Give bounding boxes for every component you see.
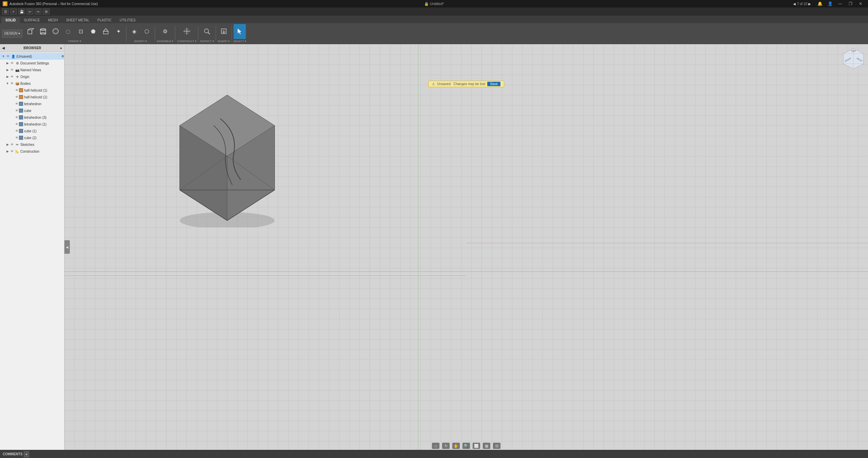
- create-extrude-btn[interactable]: [100, 24, 112, 39]
- home-btn[interactable]: ⌂: [432, 443, 439, 449]
- eye-cube-2[interactable]: 👁: [14, 136, 19, 139]
- tree-bodies[interactable]: ▼ 👁 📦 Bodies: [0, 80, 64, 87]
- eye-doc-settings[interactable]: 👁: [9, 61, 14, 65]
- eye-tetrahedron-3[interactable]: 👁: [14, 116, 19, 119]
- eye-cube[interactable]: 👁: [14, 109, 19, 112]
- select-icon: [236, 27, 243, 35]
- tab-plastic[interactable]: PLASTIC: [93, 17, 116, 23]
- select-btn[interactable]: [234, 24, 246, 39]
- eye-tetrahedron[interactable]: 👁: [14, 102, 19, 106]
- eye-unsaved[interactable]: 👁: [5, 55, 10, 58]
- redo-btn[interactable]: ↪: [35, 8, 41, 15]
- create-box-btn[interactable]: [24, 24, 37, 39]
- tab-surface[interactable]: SURFACE: [20, 17, 44, 23]
- settings-icon-unsaved[interactable]: ⚙: [61, 55, 64, 58]
- save-button[interactable]: Save: [487, 82, 500, 86]
- view-mode-btn[interactable]: ▦: [483, 443, 490, 449]
- eye-origin[interactable]: 👁: [9, 75, 14, 78]
- tree-origin[interactable]: ▶ 👁 ✛ Origin: [0, 73, 64, 80]
- tree-doc-settings[interactable]: ▶ 👁 ⚙ Document Settings: [0, 60, 64, 66]
- sidebar: ◀ BROWSER ● ▼ 👁 👤 (Unsaved) ⚙ ▶ 👁 ⚙ Docu…: [0, 44, 64, 450]
- restore-btn[interactable]: ❐: [846, 1, 855, 7]
- tab-utilities[interactable]: UTILITIES: [116, 17, 140, 23]
- toggle-construction[interactable]: ▶: [5, 149, 9, 153]
- toggle-bodies[interactable]: ▼: [5, 81, 9, 85]
- construct-btn[interactable]: [181, 24, 193, 39]
- notif-icon[interactable]: 🔔: [815, 1, 825, 7]
- eye-sketches[interactable]: 👁: [9, 143, 14, 146]
- tree-unsaved[interactable]: ▼ 👁 👤 (Unsaved) ⚙: [0, 53, 64, 60]
- collapse-icon[interactable]: ◀: [2, 46, 5, 50]
- tree-named-views[interactable]: ▶ 👁 📷 Named Views: [0, 66, 64, 73]
- icon-doc-settings: ⚙: [15, 61, 20, 65]
- page-prev-icon[interactable]: ◀: [793, 2, 796, 6]
- toggle-doc-settings[interactable]: ▶: [5, 61, 9, 65]
- create-cyl-btn[interactable]: [37, 24, 49, 39]
- insert-btn[interactable]: [218, 24, 230, 39]
- design-dropdown[interactable]: DESIGN ▾: [2, 30, 22, 38]
- eye-named-views[interactable]: 👁: [9, 68, 14, 72]
- icon-bodies: 📦: [15, 81, 20, 86]
- save-quick-btn[interactable]: 💾: [18, 8, 25, 15]
- minimize-btn[interactable]: —: [835, 1, 845, 7]
- tree-half-helicoid-2[interactable]: 👁 half-helicoid (1): [0, 94, 64, 100]
- create-coil-btn[interactable]: ⊡: [75, 24, 87, 39]
- tab-mesh[interactable]: MESH: [44, 17, 62, 23]
- display-btn[interactable]: ⊟: [493, 443, 500, 449]
- viewport[interactable]: ⚠ Unsaved: Changes may be lost Save: [64, 44, 868, 450]
- undo-btn[interactable]: ↩: [26, 8, 33, 15]
- modify-chamfer-btn[interactable]: ⬡: [141, 24, 153, 39]
- inspect-group: INSPECT ▾: [200, 24, 214, 43]
- eye-tetrahedron-1[interactable]: 👁: [14, 122, 19, 126]
- tree-cube-1[interactable]: 👁 cube (1): [0, 128, 64, 134]
- inspect-label: INSPECT ▾: [200, 40, 214, 43]
- tree-sketches[interactable]: ▶ 👁 ✏ Sketches: [0, 141, 64, 148]
- eye-bodies[interactable]: 👁: [9, 82, 14, 85]
- modify-fillet-btn[interactable]: ◈: [128, 24, 140, 39]
- pan-btn[interactable]: ✋: [452, 443, 460, 449]
- toggle-unsaved[interactable]: ▼: [1, 54, 5, 58]
- extrude-icon: [102, 27, 110, 35]
- create-pipe-btn[interactable]: ⬟: [87, 24, 99, 39]
- bottom-toolbar: COMMENTS ●: [0, 450, 868, 458]
- toggle-origin[interactable]: ▶: [5, 75, 9, 79]
- new-btn[interactable]: +: [10, 8, 17, 15]
- tree-cube[interactable]: 👁 cube: [0, 107, 64, 114]
- tree-half-helicoid-1[interactable]: 👁 half-helicoid (1): [0, 87, 64, 94]
- eye-construction[interactable]: 👁: [9, 150, 14, 153]
- browser-header: ◀ BROWSER ●: [0, 44, 64, 52]
- svg-rect-0: [28, 30, 32, 34]
- settings-btn[interactable]: ⚙: [43, 8, 50, 15]
- toggle-named-views[interactable]: ▶: [5, 68, 9, 72]
- page-next-icon[interactable]: ▶: [808, 2, 811, 6]
- create-torus-btn[interactable]: ◌: [62, 24, 74, 39]
- comments-pin-btn[interactable]: ●: [24, 451, 29, 457]
- pin-icon[interactable]: ●: [60, 46, 62, 50]
- tree-tetrahedron[interactable]: 👁 tetrahedron: [0, 100, 64, 107]
- assemble-btn[interactable]: ⚙: [159, 24, 171, 39]
- zoom-btn[interactable]: 🔍: [462, 443, 470, 449]
- tab-sheet-metal[interactable]: SHEET METAL: [62, 17, 94, 23]
- tree-cube-2[interactable]: 👁 cube (2): [0, 134, 64, 141]
- nav-arrow-left[interactable]: ◀: [64, 240, 70, 254]
- icon-cube-1: [19, 129, 23, 133]
- orbit-btn[interactable]: ↻: [442, 443, 450, 449]
- menu-btn[interactable]: ☰: [2, 8, 9, 15]
- create-revolve-btn[interactable]: ✦: [112, 24, 124, 39]
- inspect-btn[interactable]: [201, 24, 213, 39]
- view-cube[interactable]: TOP FRONT RIGHT: [842, 47, 865, 71]
- toggle-sketches[interactable]: ▶: [5, 142, 9, 147]
- tree-tetrahedron-1[interactable]: 👁 tetrahedron (1): [0, 121, 64, 128]
- create-sphere-btn[interactable]: [50, 24, 62, 39]
- eye-cube-1[interactable]: 👁: [14, 129, 19, 133]
- tree-construction[interactable]: ▶ 👁 📐 Construction: [0, 148, 64, 155]
- fit-btn[interactable]: ⬜: [473, 443, 480, 449]
- close-btn[interactable]: ✕: [856, 1, 865, 7]
- tab-solid[interactable]: SOLID: [1, 17, 20, 23]
- icon-unsaved: 👤: [11, 54, 16, 59]
- eye-half-helicoid-2[interactable]: 👁: [14, 95, 19, 99]
- eye-half-helicoid-1[interactable]: 👁: [14, 89, 19, 92]
- user-icon[interactable]: 👤: [825, 1, 835, 7]
- tree-tetrahedron-3[interactable]: 👁 tetrahedron (3): [0, 114, 64, 121]
- inspect-icon: [203, 27, 211, 35]
